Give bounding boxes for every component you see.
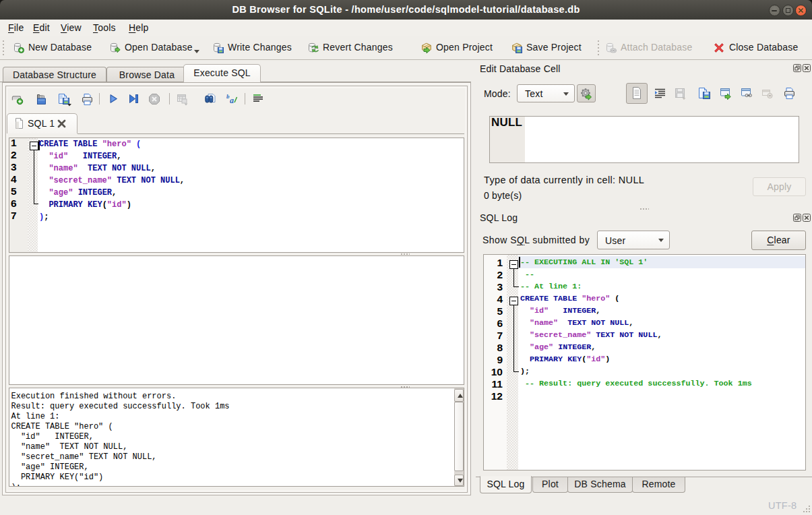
svg-text:a: a (230, 96, 234, 105)
